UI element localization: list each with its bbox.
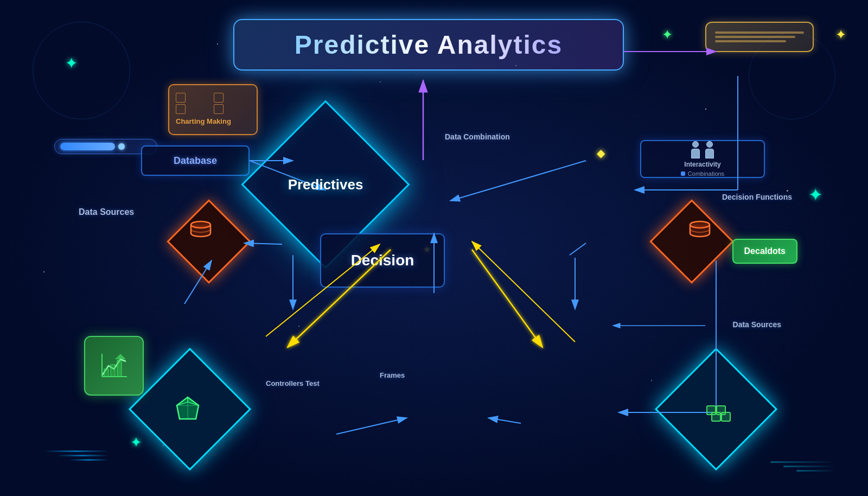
gem-icon-left-container <box>171 395 204 429</box>
center-diamond-text: Predictives <box>266 125 385 244</box>
cubes-icon <box>703 395 734 427</box>
predictives-label: Predictives <box>288 176 363 193</box>
svg-line-22 <box>184 260 212 304</box>
svg-line-17 <box>472 241 575 342</box>
svg-line-23 <box>336 418 407 434</box>
svg-line-16 <box>266 244 380 336</box>
svg-rect-43 <box>722 412 730 421</box>
gem-icon-left <box>171 395 204 427</box>
diagram-svg <box>0 0 868 496</box>
svg-line-20 <box>570 243 586 255</box>
cubes-icon-container <box>703 395 734 429</box>
svg-rect-42 <box>712 412 720 421</box>
svg-line-14 <box>288 250 391 347</box>
svg-line-24 <box>488 418 521 423</box>
svg-line-13 <box>450 161 586 201</box>
svg-line-15 <box>472 250 542 347</box>
